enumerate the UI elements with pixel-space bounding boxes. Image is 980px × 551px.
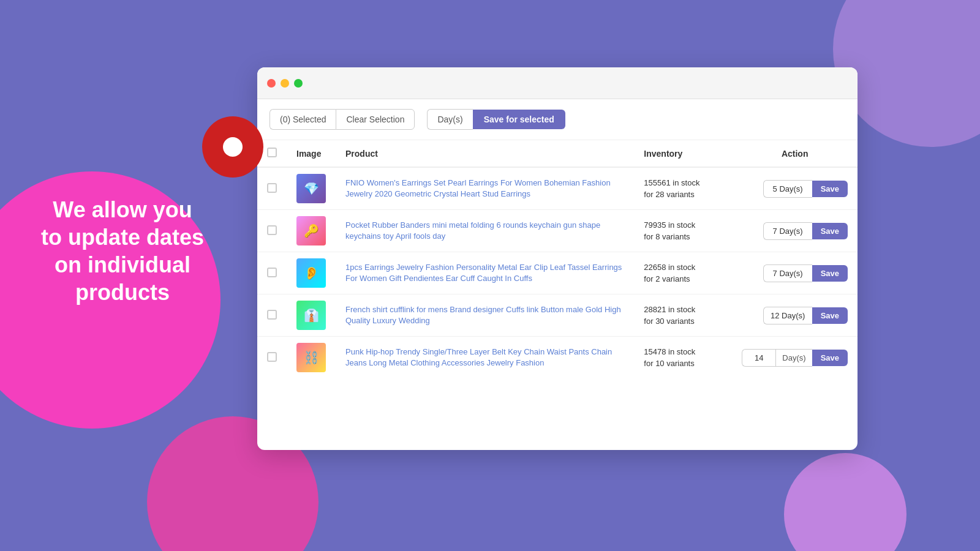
save-button[interactable]: Save bbox=[812, 307, 848, 324]
row-checkbox[interactable] bbox=[267, 352, 277, 362]
product-link[interactable]: French shirt cufflink for mens Brand des… bbox=[345, 305, 621, 325]
browser-window: (0) Selected Clear Selection Day(s) Save… bbox=[257, 67, 858, 450]
header-image: Image bbox=[287, 140, 336, 167]
inventory-cell: 79935 in stockfor 8 variants bbox=[634, 210, 732, 252]
product-link[interactable]: Punk Hip-hop Trendy Single/Three Layer B… bbox=[345, 347, 612, 367]
row-checkbox[interactable] bbox=[267, 225, 277, 235]
table-row: 🔑Pocket Rubber Banders mini metal foldin… bbox=[257, 210, 858, 252]
inventory-cell: 28821 in stockfor 30 variants bbox=[634, 294, 732, 337]
product-table-container: Image Product Inventory Action 💎FNIO Wom… bbox=[257, 140, 858, 378]
days-display: 12 Day(s) bbox=[763, 307, 812, 324]
product-image: ⛓️ bbox=[296, 343, 326, 372]
action-cell: 12 Day(s)Save bbox=[732, 294, 858, 337]
days-display: 5 Day(s) bbox=[763, 180, 812, 198]
action-cell: 7 Day(s)Save bbox=[732, 210, 858, 252]
row-checkbox[interactable] bbox=[267, 310, 277, 320]
save-button[interactable]: Save bbox=[812, 265, 848, 282]
save-for-selected-button[interactable]: Save for selected bbox=[473, 110, 565, 129]
product-image: 👔 bbox=[296, 301, 326, 330]
table-row: 👂1pcs Earrings Jewelry Fashion Personali… bbox=[257, 252, 858, 294]
days-label: Day(s) bbox=[775, 349, 812, 367]
days-display: 7 Day(s) bbox=[763, 222, 812, 240]
selected-button[interactable]: (0) Selected bbox=[270, 109, 336, 130]
inventory-cell: 22658 in stockfor 2 variants bbox=[634, 252, 732, 294]
product-link[interactable]: Pocket Rubber Banders mini metal folding… bbox=[345, 220, 600, 241]
product-image: 🔑 bbox=[296, 216, 326, 246]
days-input[interactable] bbox=[742, 349, 775, 367]
save-button[interactable]: Save bbox=[812, 223, 848, 239]
product-image: 💎 bbox=[296, 174, 326, 203]
traffic-dot-green[interactable] bbox=[294, 79, 303, 88]
header-product: Product bbox=[336, 140, 634, 167]
product-table-body: 💎FNIO Women's Earrings Set Pearl Earring… bbox=[257, 167, 858, 378]
save-button[interactable]: Save bbox=[812, 181, 848, 197]
table-row: ⛓️Punk Hip-hop Trendy Single/Three Layer… bbox=[257, 337, 858, 379]
table-row: 💎FNIO Women's Earrings Set Pearl Earring… bbox=[257, 167, 858, 210]
header-action: Action bbox=[732, 140, 858, 167]
inventory-cell: 155561 in stockfor 28 variants bbox=[634, 167, 732, 210]
toolbar: (0) Selected Clear Selection Day(s) Save… bbox=[257, 99, 858, 140]
action-cell: Day(s)Save bbox=[732, 337, 858, 379]
traffic-dot-red[interactable] bbox=[267, 79, 276, 88]
row-checkbox[interactable] bbox=[267, 268, 277, 277]
days-display: 7 Day(s) bbox=[763, 264, 812, 282]
traffic-dot-yellow[interactable] bbox=[281, 79, 289, 88]
browser-titlebar bbox=[257, 67, 858, 99]
clear-selection-button[interactable]: Clear Selection bbox=[336, 109, 415, 130]
days-label-button[interactable]: Day(s) bbox=[427, 109, 472, 130]
left-promo-text: We allow you to update dates on individu… bbox=[12, 196, 233, 306]
select-all-checkbox[interactable] bbox=[267, 148, 277, 157]
bg-circle-purple-bottom-right bbox=[784, 453, 907, 551]
product-image: 👂 bbox=[296, 258, 326, 288]
row-checkbox[interactable] bbox=[267, 183, 277, 193]
product-table: Image Product Inventory Action 💎FNIO Wom… bbox=[257, 140, 858, 378]
action-cell: 5 Day(s)Save bbox=[732, 167, 858, 210]
save-button[interactable]: Save bbox=[812, 350, 848, 366]
table-row: 👔French shirt cufflink for mens Brand de… bbox=[257, 294, 858, 337]
record-inner-dot bbox=[223, 137, 243, 157]
product-link[interactable]: 1pcs Earrings Jewelry Fashion Personalit… bbox=[345, 263, 622, 283]
action-cell: 7 Day(s)Save bbox=[732, 252, 858, 294]
header-inventory: Inventory bbox=[634, 140, 732, 167]
inventory-cell: 15478 in stockfor 10 variants bbox=[634, 337, 732, 379]
product-link[interactable]: FNIO Women's Earrings Set Pearl Earrings… bbox=[345, 178, 611, 198]
table-header: Image Product Inventory Action bbox=[257, 140, 858, 167]
record-button[interactable] bbox=[202, 116, 263, 178]
